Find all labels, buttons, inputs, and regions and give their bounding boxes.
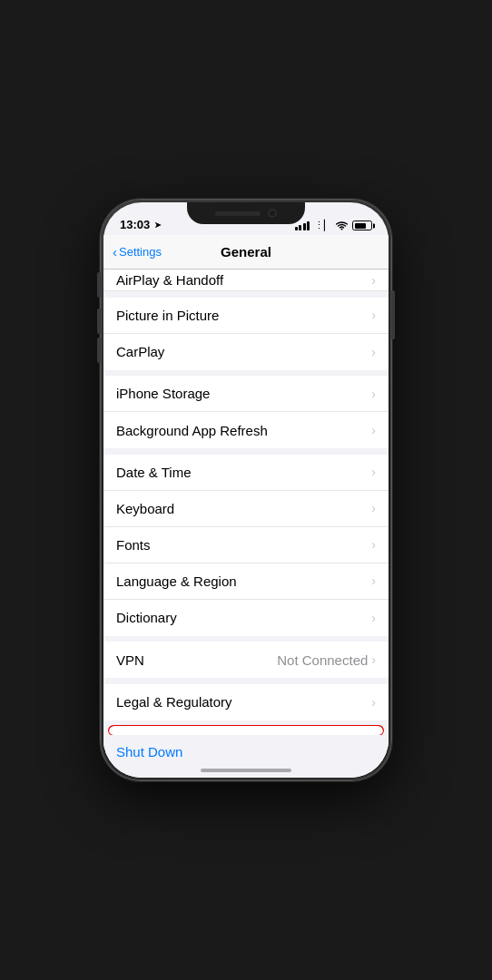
item-right: › [371, 345, 376, 359]
dictionary-item[interactable]: Dictionary › [103, 600, 389, 636]
iphone-storage-item[interactable]: iPhone Storage › [103, 376, 389, 412]
item-right: › [371, 573, 376, 588]
navigation-bar: ‹ Settings General [103, 235, 389, 270]
shut-down-section: Shut Down [103, 735, 389, 769]
chevron-right-icon: › [371, 387, 376, 401]
chevron-right-icon: › [371, 652, 376, 667]
item-right: › [371, 695, 376, 710]
status-time: 13:03 ➤ [120, 218, 162, 231]
camera [268, 209, 277, 218]
item-label: CarPlay [116, 344, 164, 359]
section-vpn: VPN Not Connected › [103, 642, 389, 678]
chevron-right-icon: › [371, 465, 376, 479]
wifi-symbol [336, 221, 348, 230]
home-indicator [201, 769, 291, 772]
section-top-partial: AirPlay & Handoff › [103, 270, 389, 291]
item-label: Keyboard [116, 501, 174, 516]
status-icons: ⋮▏ [295, 220, 373, 231]
chevron-right-icon: › [371, 423, 376, 437]
phone-frame: 13:03 ➤ ⋮▏ [101, 200, 391, 780]
item-right: › [371, 308, 376, 322]
list-item[interactable]: AirPlay & Handoff › [103, 270, 389, 291]
section-storage: iPhone Storage › Background App Refresh … [103, 376, 389, 448]
item-label: Dictionary [116, 610, 177, 625]
shut-down-button[interactable]: Shut Down [116, 744, 182, 760]
chevron-right-icon: › [371, 573, 376, 588]
chevron-right-icon: › [371, 273, 376, 288]
section-media: Picture in Picture › CarPlay › [103, 298, 389, 370]
item-right: › [371, 465, 376, 479]
item-right: Not Connected › [277, 652, 376, 668]
back-label: Settings [119, 245, 162, 259]
wifi-icon-svg [336, 221, 348, 230]
chevron-right-icon: › [371, 695, 376, 710]
item-label: Date & Time [116, 465, 192, 480]
list-item[interactable]: CarPlay › [103, 334, 389, 370]
item-right: › [371, 537, 376, 552]
background-app-refresh-item[interactable]: Background App Refresh › [103, 412, 389, 448]
page-title: General [221, 244, 271, 260]
language-region-item[interactable]: Language & Region › [103, 564, 389, 600]
item-label: AirPlay & Handoff [116, 272, 223, 288]
item-label: Picture in Picture [116, 308, 219, 323]
list-item[interactable]: Picture in Picture › [103, 298, 389, 334]
speaker [215, 211, 261, 216]
item-right: › [371, 387, 376, 401]
fonts-item[interactable]: Fonts › [103, 527, 389, 564]
item-right: › [371, 501, 376, 515]
phone-screen: 13:03 ➤ ⋮▏ [103, 202, 389, 778]
item-label: Legal & Regulatory [116, 694, 232, 710]
chevron-right-icon: › [371, 345, 376, 359]
location-arrow-icon: ➤ [154, 220, 162, 230]
item-label: VPN [116, 652, 144, 668]
vpn-status: Not Connected [277, 652, 368, 668]
section-reset: Reset › [109, 726, 383, 734]
item-right: › [371, 611, 376, 625]
item-label: Language & Region [116, 573, 237, 589]
battery-fill [355, 223, 367, 229]
item-right: › [371, 423, 376, 437]
chevron-right-icon: › [371, 308, 376, 322]
date-time-item[interactable]: Date & Time › [103, 455, 389, 491]
keyboard-item[interactable]: Keyboard › [103, 491, 389, 527]
back-button[interactable]: ‹ Settings [113, 245, 162, 259]
notch [187, 202, 305, 224]
chevron-right-icon: › [371, 611, 376, 625]
reset-item[interactable]: Reset › [109, 726, 383, 734]
item-label: Fonts [116, 537, 151, 553]
section-legal: Legal & Regulatory › [103, 684, 389, 720]
vpn-item[interactable]: VPN Not Connected › [103, 642, 389, 678]
settings-list: AirPlay & Handoff › Picture in Picture ›… [103, 270, 389, 778]
item-label: iPhone Storage [116, 386, 210, 401]
item-label: Background App Refresh [116, 423, 268, 438]
back-chevron-icon: ‹ [113, 245, 117, 259]
signal-icon [295, 221, 310, 230]
chevron-right-icon: › [371, 501, 376, 515]
chevron-right-icon: › [371, 537, 376, 552]
section-locale: Date & Time › Keyboard › Fonts [103, 455, 389, 636]
screen-content: ‹ Settings General AirPlay & Handoff › [103, 235, 389, 778]
legal-regulatory-item[interactable]: Legal & Regulatory › [103, 684, 389, 720]
battery-icon [352, 220, 372, 230]
wifi-icon: ⋮▏ [314, 220, 331, 231]
